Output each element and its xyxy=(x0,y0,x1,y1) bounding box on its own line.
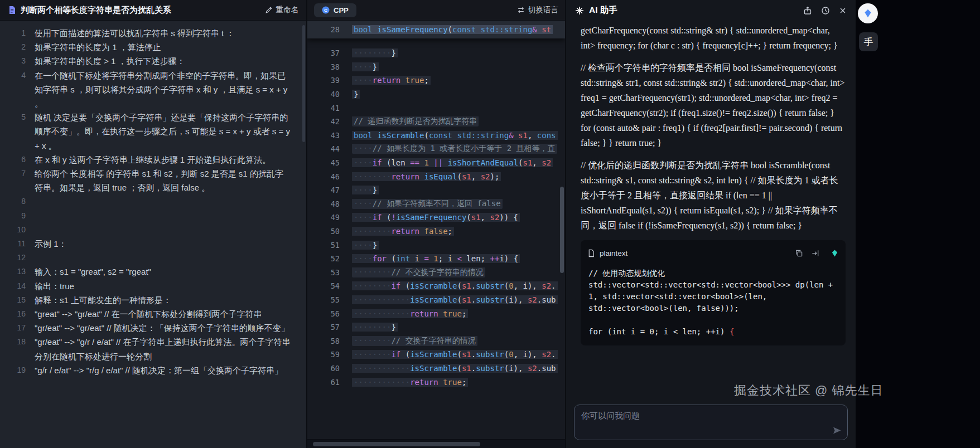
app-window: 判断两个相等长度字符串是否为扰乱关系 重命名 1使用下面描述的算法可以扰乱字符串… xyxy=(0,0,856,448)
sticky-code-line[interactable]: 28bool isSameFrequency(const std::string… xyxy=(307,22,565,37)
editor-line[interactable]: 48····// 如果字符频率不同，返回 false xyxy=(307,197,565,211)
editor-vertical-scrollbar-thumb[interactable] xyxy=(560,187,564,273)
line-number: 28 xyxy=(307,25,340,34)
line-number: 45 xyxy=(307,158,340,167)
share-icon[interactable] xyxy=(803,6,812,15)
tab-cpp[interactable]: C CPP xyxy=(314,3,356,17)
line-number: 13 xyxy=(0,265,26,279)
problem-line-text: 示例 1： xyxy=(35,237,291,251)
editor-line[interactable]: 44····// 如果长度为 1 或者长度小于等于 2 且相等，直 xyxy=(307,142,565,156)
editor-line[interactable]: 41 xyxy=(307,101,565,115)
sticky-scroll-line[interactable]: 28bool isSameFrequency(const std::string… xyxy=(307,21,565,38)
selection-highlight: } xyxy=(352,90,360,99)
line-number: 43 xyxy=(307,131,340,140)
selection-highlight: ············isScramble(s1.substr(i), s2.… xyxy=(352,364,558,373)
assistant-conversation[interactable]: getCharFrequency(const std::string& str)… xyxy=(566,21,856,399)
problem-line-text: "gr/eat" --> "g/r / e/at" // 在子字符串上递归执行此… xyxy=(35,335,291,363)
editor-line[interactable]: 56············return true; xyxy=(307,306,565,320)
editor-line[interactable]: 49····if (!isSameFrequency(s1, s2)) { xyxy=(307,211,565,225)
editor-horizontal-scrollbar-thumb[interactable] xyxy=(313,442,480,446)
assistant-header: AI 助手 xyxy=(566,0,856,21)
editor-line[interactable]: 59········if (isScramble(s1.substr(0, i)… xyxy=(307,348,565,362)
send-icon[interactable] xyxy=(832,426,842,435)
editor-line[interactable]: 61············return true; xyxy=(307,375,565,389)
editor-line[interactable]: 46········return isEqual(s1, s2); xyxy=(307,169,565,183)
editor-line[interactable]: 47····} xyxy=(307,183,565,197)
assistant-message: getCharFrequency(const std::string& str)… xyxy=(581,23,846,233)
code-text: ············isScramble(s1.substr(i), s2.… xyxy=(352,364,565,373)
code-text: ········} xyxy=(352,48,565,57)
line-number: 7 xyxy=(0,167,26,194)
editor-line[interactable]: 51····} xyxy=(307,238,565,252)
code-text: // 递归函数判断是否为扰乱字符串 xyxy=(352,116,565,126)
copy-icon[interactable] xyxy=(795,249,803,257)
selection-highlight: ········// 交换子字符串的情况 xyxy=(352,336,477,346)
editor-line[interactable]: 45····if (len == 1 || isShortAndEqual(s1… xyxy=(307,156,565,170)
editor-content[interactable]: 28bool isSameFrequency(const std::string… xyxy=(307,21,565,448)
line-number: 58 xyxy=(307,337,340,345)
assistant-paragraph: // 检查两个字符串的字符频率是否相同 bool isSameFrequency… xyxy=(581,60,846,150)
editor-line[interactable]: 39····return true; xyxy=(307,74,565,87)
problem-content[interactable]: 1使用下面描述的算法可以扰乱字符串 s 得到字符串 t ：2如果字符串的长度为 … xyxy=(0,21,306,448)
line-number: 5 xyxy=(0,110,26,153)
code-block: plaintext // xyxy=(581,240,846,345)
diamond-icon[interactable] xyxy=(831,249,839,257)
problem-header: 判断两个相等长度字符串是否为扰乱关系 重命名 xyxy=(0,0,306,21)
insert-code-icon[interactable] xyxy=(811,249,819,257)
cpp-language-icon: C xyxy=(322,6,330,14)
code-text: ····} xyxy=(352,186,565,194)
line-number: 54 xyxy=(307,281,340,290)
editor-line[interactable]: 60············isScramble(s1.substr(i), s… xyxy=(307,362,565,376)
floating-widget-avatar[interactable] xyxy=(858,3,878,23)
problem-line-text: "gr/eat" --> "gr/eat" // 随机决定：「保持这两个子字符串… xyxy=(35,321,291,335)
floating-widget-tab[interactable]: 手 xyxy=(859,32,878,51)
editor-line[interactable]: 37········} xyxy=(307,46,565,60)
code-text: ············return true; xyxy=(352,309,565,318)
line-number: 6 xyxy=(0,153,26,167)
chat-input[interactable] xyxy=(575,405,847,440)
line-number: 14 xyxy=(0,279,26,293)
editor-lines[interactable]: 37········}38····}39····return true;40}4… xyxy=(307,38,565,389)
selection-highlight: ····} xyxy=(352,62,379,71)
line-number: 50 xyxy=(307,227,340,236)
switch-language-button[interactable]: 切换语言 xyxy=(517,5,558,15)
code-block-line: std::vector<std::vector<std::vector<bool… xyxy=(588,279,838,314)
editor-line[interactable]: 38····} xyxy=(307,60,565,74)
floating-tab-label: 手 xyxy=(864,36,873,48)
close-icon[interactable] xyxy=(839,7,847,14)
editor-line[interactable]: 54········if (isScramble(s1.substr(0, i)… xyxy=(307,279,565,293)
selection-highlight: ········return isEqual(s1, s2); xyxy=(352,172,501,181)
selection-highlight: ············isScramble(s1.substr(i), s2.… xyxy=(352,295,558,304)
editor-line[interactable]: 55············isScramble(s1.substr(i), s… xyxy=(307,293,565,307)
selection-highlight: ····} xyxy=(352,186,379,194)
code-editor-panel: C CPP 切换语言 28bool isSameFrequency(const … xyxy=(307,0,566,448)
assistant-actions xyxy=(803,6,847,15)
editor-line[interactable]: 58········// 交换子字符串的情况 xyxy=(307,334,565,348)
history-icon[interactable] xyxy=(821,6,830,15)
problem-line: 12 xyxy=(0,251,306,265)
code-language-label: plaintext xyxy=(600,246,627,261)
editor-line[interactable]: 40} xyxy=(307,87,565,101)
line-number: 15 xyxy=(0,293,26,307)
editor-line[interactable]: 53········// 不交换子字符串的情况 xyxy=(307,266,565,280)
rename-button[interactable]: 重命名 xyxy=(265,5,299,15)
problem-line: 14输出：true xyxy=(0,279,306,293)
selection-highlight: bool isScramble(const std::string& s1, c… xyxy=(352,131,558,140)
chat-input-box[interactable] xyxy=(574,405,848,440)
editor-line[interactable]: 43bool isScramble(const std::string& s1,… xyxy=(307,129,565,143)
code-text: ········return false; xyxy=(352,227,565,236)
problem-line: 1使用下面描述的算法可以扰乱字符串 s 得到字符串 t ： xyxy=(0,26,306,40)
editor-line[interactable]: 52····for (int i = 1; i < len; ++i) { xyxy=(307,252,565,266)
problem-line-text: 输入：s1 = "great", s2 = "rgeat" xyxy=(35,265,291,279)
problem-scrollbar-thumb[interactable] xyxy=(302,25,305,142)
pencil-icon xyxy=(265,6,273,14)
problem-line-text xyxy=(35,194,291,208)
code-text: ············return true; xyxy=(352,378,565,387)
line-number: 60 xyxy=(307,364,340,373)
problem-line: 3如果字符串的长度 > 1 ，执行下述步骤： xyxy=(0,54,306,68)
editor-line[interactable]: 57········} xyxy=(307,320,565,334)
editor-line[interactable]: 42// 递归函数判断是否为扰乱字符串 xyxy=(307,115,565,129)
editor-line[interactable]: 50········return false; xyxy=(307,225,565,238)
editor-horizontal-scrollbar[interactable] xyxy=(307,439,565,448)
swap-arrows-icon xyxy=(517,6,525,14)
